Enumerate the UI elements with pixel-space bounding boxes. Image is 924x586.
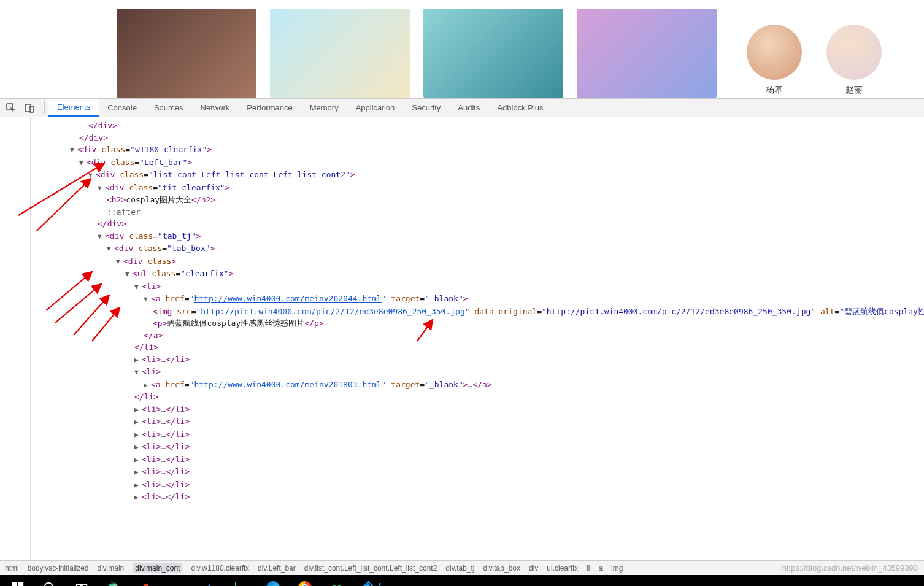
device-toolbar-icon[interactable] <box>25 103 34 113</box>
search-icon[interactable] <box>34 575 65 586</box>
avatar-item[interactable]: 杨幂 <box>747 25 802 98</box>
devtools-panel: Elements Console Sources Network Perform… <box>0 98 924 560</box>
svg-rect-12 <box>18 582 23 586</box>
devtools-toolbar: Elements Console Sources Network Perform… <box>0 99 924 117</box>
tab-sources[interactable]: Sources <box>145 99 192 117</box>
side-panel: 杨幂 赵丽 <box>734 0 924 98</box>
vscode-icon[interactable]: �⅃ <box>353 575 384 586</box>
edge-icon[interactable] <box>258 575 288 586</box>
tab-memory[interactable]: Memory <box>301 99 347 117</box>
crumb[interactable]: div.Left_bar <box>258 564 296 573</box>
thumbnail[interactable] <box>577 9 717 98</box>
chrome-icon[interactable] <box>290 575 320 586</box>
crumb[interactable]: body.vsc-initialized <box>28 564 89 573</box>
crumb[interactable]: div.list_cont.Left_list_cont.Left_list_c… <box>304 564 437 573</box>
windows-taskbar: 🛍️ ▮ ●● ★ E PC �⅃ <box>0 575 924 586</box>
crumb[interactable]: div.main <box>98 564 125 573</box>
wechat-icon[interactable]: ●● <box>162 575 193 586</box>
tab-security[interactable]: Security <box>403 99 449 117</box>
devtools-tabs: Elements Console Sources Network Perform… <box>48 99 552 117</box>
tab-adblock[interactable]: Adblock Plus <box>488 99 552 117</box>
task-view-icon[interactable] <box>66 575 97 586</box>
avatar-icon <box>826 25 882 80</box>
editor-icon[interactable]: E <box>226 575 256 586</box>
inspect-element-icon[interactable] <box>6 103 16 113</box>
crumb[interactable]: div <box>529 564 538 573</box>
crumb[interactable]: a <box>598 564 603 573</box>
tab-network[interactable]: Network <box>192 99 239 117</box>
crumb[interactable]: img <box>611 564 623 573</box>
svg-point-15 <box>45 583 53 586</box>
tab-audits[interactable]: Audits <box>449 99 488 117</box>
crumb[interactable]: html <box>5 564 19 573</box>
page-preview: 杨幂 赵丽 <box>0 0 924 98</box>
avatar-label: 杨幂 <box>766 85 783 96</box>
start-button[interactable] <box>2 575 33 586</box>
tencent-icon[interactable]: ★ <box>194 575 225 586</box>
crumb[interactable]: div.main_cont <box>133 563 182 573</box>
tab-elements[interactable]: Elements <box>48 99 99 117</box>
store-icon[interactable]: 🛍️ <box>98 575 129 586</box>
avatar-icon <box>747 25 802 80</box>
tab-performance[interactable]: Performance <box>238 99 301 117</box>
avatar-label: 赵丽 <box>845 85 863 96</box>
crumb[interactable]: li <box>587 564 590 573</box>
watermark-text: https://blog.csdn.net/weixin_43599390 <box>782 563 918 573</box>
thumbnail[interactable] <box>270 9 410 98</box>
breadcrumb: html body.vsc-initialized div.main div.m… <box>0 560 924 575</box>
thumbnail[interactable] <box>423 9 563 98</box>
thumbnail[interactable] <box>117 9 256 98</box>
avatar-item[interactable]: 赵丽 <box>826 25 882 98</box>
pycharm-icon[interactable]: PC <box>321 575 352 586</box>
tab-console[interactable]: Console <box>99 99 145 117</box>
crumb[interactable]: div.tab_box <box>483 564 521 573</box>
crumb[interactable]: div.tab_tj <box>445 564 474 573</box>
dom-tree-area: </div> </div> <div class="w1180 clearfix… <box>0 117 924 560</box>
crumb[interactable]: ul.clearfix <box>547 564 578 573</box>
office-icon[interactable]: ▮ <box>130 575 161 586</box>
svg-rect-11 <box>12 582 17 586</box>
crumb[interactable]: div.w1180.clearfix <box>191 564 249 573</box>
dom-tree[interactable]: </div> </div> <div class="w1180 clearfix… <box>31 117 924 560</box>
tab-application[interactable]: Application <box>347 99 404 117</box>
